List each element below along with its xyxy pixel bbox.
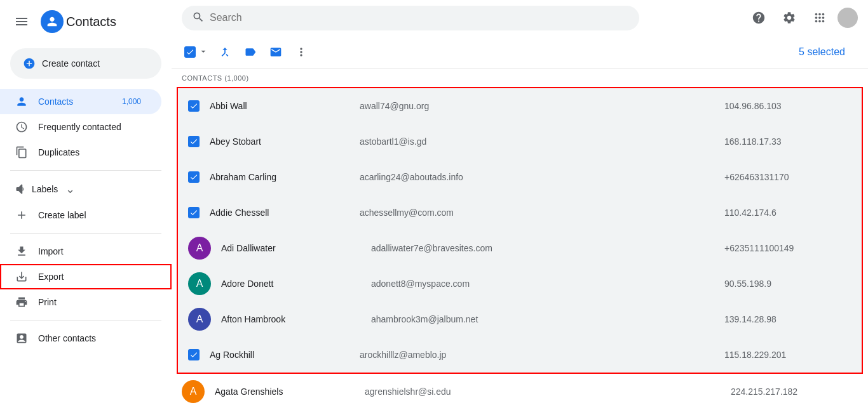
table-row[interactable]: A Adi Dalliwater adalliwater7e@bravesite… xyxy=(178,230,862,266)
contact-email: adonett8@myspace.com xyxy=(371,279,714,289)
contact-email: agrenshielshr@si.edu xyxy=(365,386,721,397)
create-label-icon xyxy=(15,209,28,221)
contact-phone: 224.215.217.182 xyxy=(731,386,858,397)
contact-phone: +6235111100149 xyxy=(724,243,851,253)
sidebar-item-import[interactable]: Import xyxy=(0,239,161,264)
labels-section[interactable]: Labels ⌄ xyxy=(0,176,172,202)
contact-name: Agata Grenshiels xyxy=(215,386,355,397)
sidebar-item-contacts[interactable]: Contacts 1,000 xyxy=(0,89,161,114)
search-box[interactable] xyxy=(182,6,639,30)
labels-collapse-icon: ⌄ xyxy=(65,182,75,196)
search-icon xyxy=(192,11,205,25)
logo-area: Contacts xyxy=(41,10,116,33)
contact-phone: +626463131170 xyxy=(724,172,851,182)
contacts-logo xyxy=(41,10,64,33)
row-checkbox[interactable] xyxy=(188,136,200,147)
help-icon-button[interactable] xyxy=(746,5,771,30)
row-checkbox[interactable] xyxy=(188,207,200,218)
more-options-button[interactable] xyxy=(290,41,313,63)
other-contacts-icon xyxy=(15,332,28,345)
contacts-nav-label: Contacts xyxy=(38,96,73,107)
sidebar-item-print[interactable]: Print xyxy=(0,289,161,315)
import-label: Import xyxy=(38,246,64,256)
row-checkbox[interactable] xyxy=(188,171,200,183)
check-square xyxy=(184,46,196,58)
label-button[interactable] xyxy=(239,41,262,63)
merge-button[interactable] xyxy=(214,41,236,63)
table-row[interactable]: A Afton Hambrook ahambrook3m@jalbum.net … xyxy=(178,301,862,337)
contact-name: Adore Donett xyxy=(221,279,361,289)
table-row[interactable]: Abey Stobart astobartl1@is.gd 168.118.17… xyxy=(178,124,862,159)
selected-count: 5 selected xyxy=(799,46,845,58)
other-contacts-label: Other contacts xyxy=(38,333,96,343)
contact-name: Abbi Wall xyxy=(210,101,349,111)
menu-icon[interactable] xyxy=(10,10,33,33)
contact-phone: 104.96.86.103 xyxy=(724,101,851,111)
table-row[interactable]: A Adore Donett adonett8@myspace.com 90.5… xyxy=(178,266,862,301)
contact-avatar: A xyxy=(188,272,211,295)
nav-divider-2 xyxy=(10,233,161,234)
contact-email: astobartl1@is.gd xyxy=(360,136,714,147)
frequently-contacted-icon xyxy=(15,121,28,133)
sidebar-item-create-label[interactable]: Create label xyxy=(0,202,161,228)
create-contact-button[interactable]: Create contact xyxy=(10,48,161,79)
apps-icon-button[interactable] xyxy=(807,5,832,30)
contacts-badge: 1,000 xyxy=(117,96,146,107)
duplicates-label: Duplicates xyxy=(38,147,79,157)
create-contact-label: Create contact xyxy=(42,58,100,69)
row-checkbox[interactable] xyxy=(188,349,200,360)
topbar-icons xyxy=(746,5,858,30)
main-content: 5 selected CONTACTS (1,000) Abbi Wall aw… xyxy=(172,0,868,403)
table-row[interactable]: A Agata Grenshiels agrenshielshr@si.edu … xyxy=(172,374,868,403)
frequently-contacted-label: Frequently contacted xyxy=(38,122,121,132)
sidebar-item-duplicates[interactable]: Duplicates xyxy=(0,140,161,165)
contact-email: arockhilllz@ameblo.jp xyxy=(360,350,714,360)
table-row[interactable]: Abbi Wall awall74@gnu.org 104.96.86.103 xyxy=(178,88,862,124)
export-icon xyxy=(15,270,28,283)
duplicates-icon xyxy=(15,146,28,159)
table-row[interactable]: Abraham Carling acarling24@aboutads.info… xyxy=(178,159,862,195)
print-label: Print xyxy=(38,297,57,307)
contact-email: awall74@gnu.org xyxy=(360,101,714,111)
nav-divider-1 xyxy=(10,170,161,171)
email-button[interactable] xyxy=(264,41,287,63)
contact-email: achessellmy@com.com xyxy=(360,208,714,218)
plus-icon xyxy=(23,57,36,70)
export-label: Export xyxy=(38,272,64,282)
contact-phone: 110.42.174.6 xyxy=(724,208,851,218)
sidebar-nav: Contacts 1,000 Frequently contacted Dupl… xyxy=(0,89,172,351)
contact-name: Abraham Carling xyxy=(210,172,349,182)
contact-phone: 139.14.28.98 xyxy=(724,314,851,324)
contact-email: acarling24@aboutads.info xyxy=(360,172,714,182)
sidebar-item-other-contacts[interactable]: Other contacts xyxy=(0,326,161,351)
contacts-area: CONTACTS (1,000) Abbi Wall awall74@gnu.o… xyxy=(172,69,868,403)
table-row[interactable]: Addie Chessell achessellmy@com.com 110.4… xyxy=(178,195,862,230)
labels-label: Labels xyxy=(32,184,58,194)
sidebar: Contacts Create contact Contacts 1,000 F… xyxy=(0,0,172,403)
contact-name: Afton Hambrook xyxy=(221,314,361,324)
contact-name: Addie Chessell xyxy=(210,208,349,218)
toolbar: 5 selected xyxy=(172,36,868,69)
contacts-outlined-section: Abbi Wall awall74@gnu.org 104.96.86.103 … xyxy=(177,87,863,374)
search-input[interactable] xyxy=(210,12,629,23)
contact-avatar: A xyxy=(182,380,205,403)
contact-phone: 115.18.229.201 xyxy=(724,350,851,360)
contact-email: adalliwater7e@bravesites.com xyxy=(371,243,714,253)
select-all-checkbox[interactable] xyxy=(182,44,211,61)
contact-name: Adi Dalliwater xyxy=(221,243,361,253)
contact-name: Ag Rockhill xyxy=(210,350,349,360)
contacts-header: CONTACTS (1,000) xyxy=(172,69,868,87)
topbar xyxy=(172,0,868,36)
table-row[interactable]: Ag Rockhill arockhilllz@ameblo.jp 115.18… xyxy=(178,337,862,373)
contact-email: ahambrook3m@jalbum.net xyxy=(371,314,714,324)
contacts-icon xyxy=(15,95,28,108)
contact-phone: 168.118.17.33 xyxy=(724,136,851,147)
sidebar-item-export[interactable]: Export xyxy=(0,264,172,289)
nav-divider-3 xyxy=(10,320,161,320)
settings-icon-button[interactable] xyxy=(776,5,802,30)
user-avatar[interactable] xyxy=(837,8,858,28)
sidebar-item-frequently-contacted[interactable]: Frequently contacted xyxy=(0,114,161,140)
dropdown-caret[interactable] xyxy=(198,46,208,58)
row-checkbox[interactable] xyxy=(188,100,200,112)
app-title: Contacts xyxy=(66,15,116,29)
